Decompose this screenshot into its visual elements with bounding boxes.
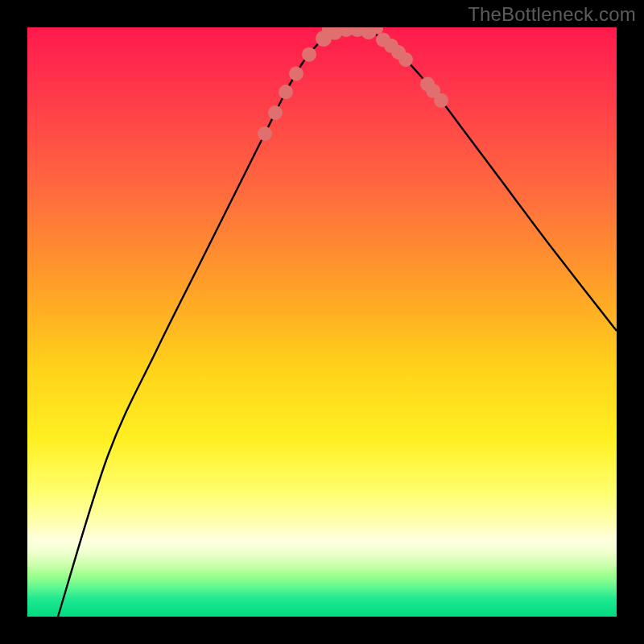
- marker-dot: [376, 32, 390, 47]
- marker-dot: [349, 27, 365, 37]
- marker-dot: [426, 84, 440, 98]
- bottleneck-curve: [58, 29, 617, 617]
- marker-dot: [327, 27, 343, 39]
- chart-svg: [27, 27, 617, 617]
- chart-plot-area: [27, 27, 617, 617]
- marker-dot: [289, 67, 303, 81]
- highlight-points: [258, 27, 448, 141]
- marker-dot: [316, 31, 332, 47]
- marker-dot: [434, 93, 448, 108]
- marker-dot: [384, 39, 398, 53]
- marker-dot: [279, 85, 293, 99]
- marker-dot: [302, 47, 316, 62]
- marker-dot: [258, 126, 272, 141]
- marker-dot: [338, 27, 354, 37]
- marker-dot: [391, 45, 406, 60]
- marker-dot: [398, 52, 413, 67]
- marker-dot: [361, 27, 377, 39]
- chart-frame: TheBottleneck.com: [0, 0, 644, 644]
- marker-dot: [268, 105, 283, 120]
- marker-dot: [420, 76, 435, 91]
- watermark-text: TheBottleneck.com: [468, 3, 636, 26]
